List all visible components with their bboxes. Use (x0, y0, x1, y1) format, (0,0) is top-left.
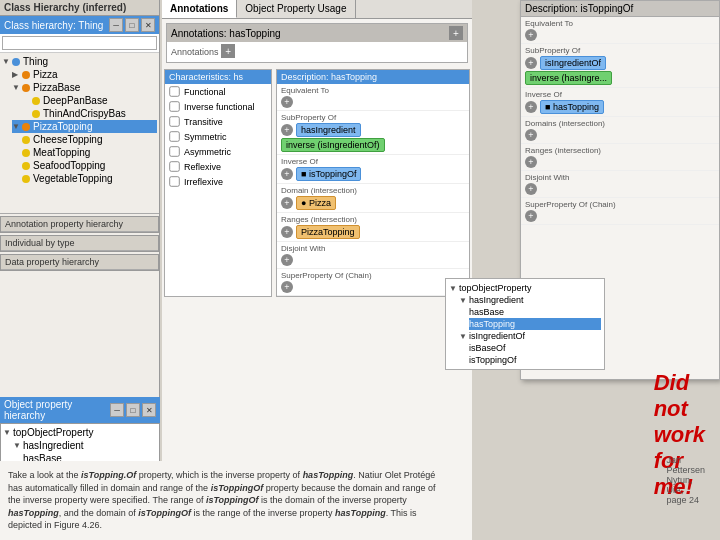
right-inverseof-add[interactable]: + (525, 101, 537, 113)
maximize-icon-obj[interactable]: □ (126, 403, 140, 417)
symmetric-label: Symmetric (184, 132, 227, 142)
annotation-property-header[interactable]: Annotation property hierarchy (1, 217, 158, 232)
subproperty-add-btn[interactable]: + (281, 124, 293, 136)
close-icon-obj[interactable]: ✕ (142, 403, 156, 417)
asymmetric-checkbox[interactable] (169, 146, 179, 156)
pizzatopping-ranges-box[interactable]: PizzaTopping (296, 225, 360, 239)
highlight-istoppingof3: isToppingOf (206, 495, 259, 505)
right-desc-row-subproperty: SubProperty Of + isIngredientOf inverse … (521, 44, 719, 88)
desc-value-equivalent: + (281, 96, 465, 108)
center-obj-topobj-label: topObjectProperty (459, 283, 532, 293)
tree-item-cheesetopping[interactable]: CheeseTopping (22, 133, 157, 146)
right-ranges-add[interactable]: + (525, 156, 537, 168)
right-equivalent-add[interactable]: + (525, 29, 537, 41)
tree-item-thincrispybase[interactable]: ThinAndCrispyBas (22, 107, 157, 120)
tree-item-meattopping[interactable]: MeatTopping (22, 146, 157, 159)
desc-value-inverse: inverse (isIngredientOf) (281, 138, 465, 152)
right-disjoint-add[interactable]: + (525, 183, 537, 195)
center-obj-hasingredient-label: hasIngredient (469, 295, 524, 305)
obj-prop-toolbar: ─ □ ✕ (110, 403, 156, 417)
inversefunctional-label: Inverse functional (184, 102, 255, 112)
center-obj-isbaseof[interactable]: isBaseOf (469, 342, 601, 354)
desc-label-superproperty: SuperProperty Of (Chain) (281, 271, 465, 280)
tree-item-vegetabletopping[interactable]: VegetableTopping (22, 172, 157, 185)
tree-item-pizza[interactable]: ▶ Pizza (12, 68, 157, 81)
checkbox-transitive: Transitive (165, 114, 271, 129)
center-obj-hasbase[interactable]: hasBase (469, 306, 601, 318)
transitive-checkbox[interactable] (169, 116, 179, 126)
tree-item-seafoodtopping[interactable]: SeafoodTopping (22, 159, 157, 172)
center-obj-isbaseof-label: isBaseOf (469, 343, 506, 353)
center-obj-isingredientof[interactable]: ▼ isIngredientOf (459, 330, 601, 342)
right-desc-value-superproperty: + (525, 210, 715, 222)
characteristics-checkboxes: Functional Inverse functional Transitive… (165, 84, 271, 189)
tree-label-pizzatopping: PizzaTopping (33, 121, 92, 132)
data-property-panel: Data property hierarchy (0, 254, 159, 271)
symmetric-checkbox[interactable] (169, 131, 179, 141)
tab-object-property-usage[interactable]: Object Property Usage (237, 0, 355, 18)
center-obj-topobj[interactable]: ▼ topObjectProperty (449, 282, 601, 294)
right-inverse-box[interactable]: inverse (hasIngre... (525, 71, 612, 85)
right-superproperty-add[interactable]: + (525, 210, 537, 222)
center-area: Annotations Object Property Usage Annota… (162, 0, 472, 540)
tree-label-thing: Thing (23, 56, 48, 67)
individual-by-type-header[interactable]: Individual by type (1, 236, 158, 251)
checkbox-functional: Functional (165, 84, 271, 99)
class-search-input[interactable] (2, 36, 157, 50)
checkbox-reflexive: Reflexive (165, 159, 271, 174)
disjoint-add-btn[interactable]: + (281, 254, 293, 266)
highlight-hastopping2: hasTopping (8, 508, 59, 518)
checkbox-irreflexive: Irreflexive (165, 174, 271, 189)
ranges-add-btn[interactable]: + (281, 226, 293, 238)
equivalent-add-btn[interactable]: + (281, 96, 293, 108)
annotations-add-button[interactable]: + (449, 26, 463, 40)
close-icon[interactable]: ✕ (141, 18, 155, 32)
right-panel-title: Description: isToppingOf (525, 3, 633, 14)
tree-item-pizzabase[interactable]: ▼ PizzaBase (12, 81, 157, 94)
reflexive-checkbox[interactable] (169, 161, 179, 171)
highlight-istoppingof4: isToppingOf (138, 508, 191, 518)
tab-annotations[interactable]: Annotations (162, 0, 237, 18)
meattopping-circle (22, 149, 30, 157)
obj-tree-hasingredient[interactable]: ▼ hasIngredient (13, 439, 157, 452)
tree-label-vegetabletopping: VegetableTopping (33, 173, 113, 184)
tree-label-pizzabase: PizzaBase (33, 82, 80, 93)
inverse-isingredientof-box[interactable]: inverse (isIngredientOf) (281, 138, 385, 152)
right-domains-add[interactable]: + (525, 129, 537, 141)
minimize-icon[interactable]: ─ (109, 18, 123, 32)
annotations-inner-add[interactable]: + (221, 44, 235, 58)
irreflexive-checkbox[interactable] (169, 176, 179, 186)
right-desc-row-equivalent: Equivalent To + (521, 17, 719, 44)
pizza-domain-box[interactable]: ● Pizza (296, 196, 336, 210)
right-hastopping-box[interactable]: ■ hasTopping (540, 100, 604, 114)
data-property-header[interactable]: Data property hierarchy (1, 255, 158, 270)
minimize-icon-obj[interactable]: ─ (110, 403, 124, 417)
tree-item-pizzatopping[interactable]: ▼ PizzaTopping (12, 120, 157, 133)
desc-row-subproperty: SubProperty Of + hasIngredient inverse (… (277, 111, 469, 155)
annotations-title: Annotations: hasTopping (171, 28, 281, 39)
maximize-icon[interactable]: □ (125, 18, 139, 32)
obj-tree-topobject[interactable]: ▼ topObjectProperty (3, 426, 157, 439)
annotations-header: Annotations: hasTopping + (167, 24, 467, 42)
hasingredient-box[interactable]: hasIngredient (296, 123, 361, 137)
class-hierarchy-title: Class hierarchy: Thing (4, 20, 103, 31)
expand-arrow: ▼ (12, 83, 22, 92)
transitive-label: Transitive (184, 117, 223, 127)
center-obj-hastopping[interactable]: hasTopping (469, 318, 601, 330)
pizza-circle (22, 71, 30, 79)
center-obj-hasingredient[interactable]: ▼ hasIngredient (459, 294, 601, 306)
superproperty-add-btn[interactable]: + (281, 281, 293, 293)
expand-arrow: ▼ (2, 57, 12, 66)
tree-item-thing[interactable]: ▼ Thing (2, 55, 157, 68)
right-isingredientof-box[interactable]: isIngredientOf (540, 56, 606, 70)
inverseof-add-btn[interactable]: + (281, 168, 293, 180)
inversefunctional-checkbox[interactable] (169, 101, 179, 111)
functional-checkbox[interactable] (169, 86, 179, 96)
right-subproperty-add[interactable]: + (525, 57, 537, 69)
istoppingof-box[interactable]: ■ isToppingOf (296, 167, 361, 181)
tree-item-deeppanbase[interactable]: DeepPanBase (22, 94, 157, 107)
domain-add-btn[interactable]: + (281, 197, 293, 209)
right-panel-header: Description: isToppingOf (521, 1, 719, 17)
center-obj-istoppingof[interactable]: isToppingOf (469, 354, 601, 366)
class-hierarchy-header: Class hierarchy: Thing ─ □ ✕ (0, 16, 159, 34)
